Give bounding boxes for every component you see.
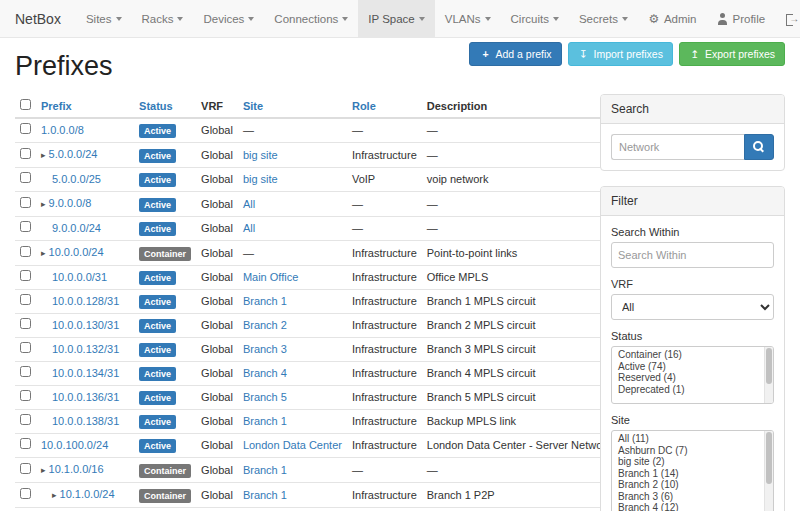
site-option[interactable]: Branch 4 (12) [612, 502, 773, 511]
status-listbox[interactable]: Container (16)Active (74)Reserved (4)Dep… [611, 346, 774, 404]
status-option[interactable]: Active (74) [612, 361, 773, 373]
row-checkbox[interactable] [20, 366, 31, 377]
site-link[interactable]: Branch 1 [243, 489, 287, 501]
prefix-link[interactable]: 10.1.0.0/16 [49, 463, 104, 475]
column-header-site[interactable]: Site [238, 94, 347, 118]
nav-menu-item[interactable]: VLANs [435, 0, 501, 37]
user-menu: Admin Profile Log out [638, 0, 800, 37]
site-option[interactable]: Ashburn DC (7) [612, 445, 773, 457]
row-checkbox[interactable] [20, 390, 31, 401]
vrf-cell: Global [196, 386, 238, 410]
site-link[interactable]: big site [243, 173, 278, 185]
search-within-input[interactable] [611, 242, 774, 268]
prefix-link[interactable]: 5.0.0.0/25 [52, 173, 101, 185]
site-link[interactable]: Branch 5 [243, 391, 287, 403]
prefix-link[interactable]: 10.0.0.138/31 [52, 415, 119, 427]
prefix-link[interactable]: 10.0.100.0/24 [41, 439, 108, 451]
row-checkbox[interactable] [20, 148, 31, 159]
action-button[interactable]: Add a prefix [469, 42, 561, 66]
site-link[interactable]: Branch 3 [243, 343, 287, 355]
nav-menu-item[interactable]: IP Space [358, 0, 434, 37]
status-badge: Active [139, 124, 176, 138]
site-link[interactable]: Branch 4 [243, 367, 287, 379]
nav-menu-item[interactable]: Circuits [501, 0, 569, 37]
vrf-select[interactable]: All [611, 294, 774, 320]
nav-menu-label: Connections [274, 13, 338, 25]
role-cell: Infrastructure [347, 483, 422, 508]
nav-menu-item[interactable]: Connections [264, 0, 358, 37]
site-option[interactable]: Branch 2 (10) [612, 479, 773, 491]
site-option[interactable]: big site (2) [612, 456, 773, 468]
row-checkbox[interactable] [20, 172, 31, 183]
prefix-link[interactable]: 10.1.0.0/24 [60, 488, 115, 500]
row-checkbox[interactable] [20, 294, 31, 305]
search-button[interactable] [744, 134, 774, 160]
prefix-link[interactable]: 5.0.0.0/24 [49, 148, 98, 160]
site-link[interactable]: Branch 1 [243, 464, 287, 476]
role-cell: Infrastructure [347, 241, 422, 266]
description-cell: — [422, 118, 617, 143]
site-link[interactable]: Branch 1 [243, 295, 287, 307]
site-link[interactable]: All [243, 198, 255, 210]
nav-menu-item[interactable]: Secrets [569, 0, 638, 37]
nav-menu-item[interactable]: Devices [193, 0, 264, 37]
prefix-link[interactable]: 9.0.0.0/8 [49, 197, 92, 209]
site-link[interactable]: Branch 1 [243, 415, 287, 427]
prefix-link[interactable]: 10.0.0.130/31 [52, 319, 119, 331]
nav-menu-item[interactable]: Sites [76, 0, 132, 37]
prefix-link[interactable]: 10.0.0.0/31 [52, 271, 107, 283]
site-link[interactable]: London Data Center [243, 439, 342, 451]
row-checkbox[interactable] [20, 342, 31, 353]
row-checkbox[interactable] [20, 270, 31, 281]
status-badge: Active [139, 343, 176, 357]
column-header-prefix[interactable]: Prefix [36, 94, 134, 118]
row-checkbox[interactable] [20, 463, 31, 474]
site-link[interactable]: Main Office [243, 271, 298, 283]
row-checkbox[interactable] [20, 318, 31, 329]
nav-menu-item[interactable]: Racks [132, 0, 194, 37]
row-checkbox[interactable] [20, 488, 31, 499]
site-option[interactable]: All (11) [612, 433, 773, 445]
app-logo[interactable]: NetBox [0, 0, 76, 37]
user-menu-item[interactable]: Log out [775, 0, 800, 37]
row-checkbox[interactable] [20, 197, 31, 208]
user-menu-item[interactable]: Profile [707, 0, 776, 37]
prefix-link[interactable]: 9.0.0.0/24 [52, 222, 101, 234]
site-link[interactable]: Branch 2 [243, 319, 287, 331]
row-checkbox[interactable] [20, 438, 31, 449]
search-input[interactable] [611, 134, 744, 160]
action-button[interactable]: Import prefixes [568, 42, 673, 66]
action-button[interactable]: Export prefixes [679, 42, 785, 66]
prefix-link[interactable]: 10.0.0.0/24 [49, 246, 104, 258]
scrollbar[interactable] [764, 347, 773, 403]
row-checkbox[interactable] [20, 246, 31, 257]
site-link[interactable]: big site [243, 149, 278, 161]
prefix-link[interactable]: 10.0.0.132/31 [52, 343, 119, 355]
site-option[interactable]: Branch 3 (6) [612, 491, 773, 503]
row-checkbox[interactable] [20, 123, 31, 134]
site-listbox[interactable]: All (11)Ashburn DC (7)big site (2)Branch… [611, 430, 774, 511]
role-cell: — [347, 118, 422, 143]
row-checkbox[interactable] [20, 221, 31, 232]
row-checkbox[interactable] [20, 414, 31, 425]
site-option[interactable]: Branch 1 (14) [612, 468, 773, 480]
status-option[interactable]: Container (16) [612, 349, 773, 361]
site-filter-label: Site [611, 414, 774, 426]
filter-panel-heading: Filter [601, 187, 784, 216]
prefix-link[interactable]: 10.0.0.136/31 [52, 391, 119, 403]
chevron-down-icon [485, 17, 491, 21]
site-link[interactable]: All [243, 222, 255, 234]
expand-caret-icon [41, 150, 46, 160]
column-header-status[interactable]: Status [134, 94, 196, 118]
scrollbar[interactable] [764, 431, 773, 511]
select-all-checkbox[interactable] [20, 99, 31, 110]
status-option[interactable]: Reserved (4) [612, 372, 773, 384]
user-menu-item[interactable]: Admin [638, 0, 707, 37]
role-cell: VoIP [347, 168, 422, 192]
prefix-link[interactable]: 10.0.0.134/31 [52, 367, 119, 379]
prefix-link[interactable]: 10.0.0.128/31 [52, 295, 119, 307]
column-header-role[interactable]: Role [347, 94, 422, 118]
prefix-link[interactable]: 1.0.0.0/8 [41, 124, 84, 136]
vrf-cell: Global [196, 410, 238, 434]
status-option[interactable]: Deprecated (1) [612, 384, 773, 396]
